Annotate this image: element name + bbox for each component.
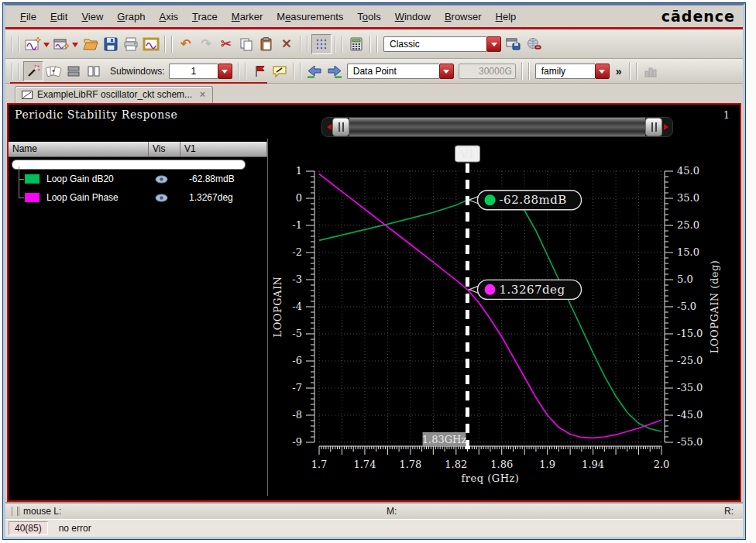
toolbar-grip[interactable] — [629, 63, 637, 80]
trace-color-swatch[interactable] — [25, 174, 40, 184]
legend-plot-divider[interactable] — [267, 139, 268, 496]
left-axis: 10-1-2-3-4-5-6-7-8-9LOOPGAIN — [272, 165, 314, 448]
legend-scrollbar[interactable] — [12, 160, 246, 170]
legend-row-loop-gain-db20[interactable]: Loop Gain dB20 -62.88mdB — [13, 170, 235, 188]
slider-handle-right[interactable] — [645, 118, 662, 136]
menu-window[interactable]: Window — [388, 9, 438, 24]
right-tick-label: -35.0 — [677, 382, 703, 394]
status-message: no error — [59, 523, 91, 534]
frequency-input[interactable] — [459, 64, 516, 79]
point-mode-combobox-arrow-icon[interactable] — [439, 64, 454, 79]
save-button[interactable] — [101, 34, 121, 54]
visibility-toggle[interactable] — [155, 175, 189, 184]
series-loop-gain-db20[interactable] — [319, 195, 662, 431]
subwindows-combobox-arrow-icon[interactable] — [218, 64, 232, 79]
visibility-toggle[interactable] — [155, 194, 189, 202]
marker-callout-loop-gain-phase[interactable]: 1.3267deg — [469, 280, 582, 299]
print-button[interactable] — [121, 34, 141, 54]
toolbar-grip[interactable] — [293, 63, 301, 80]
menu-trace[interactable]: Trace — [185, 9, 225, 24]
legend-row-loop-gain-phase[interactable]: Loop Gain Phase 1.3267deg — [13, 188, 233, 207]
trace-name[interactable]: Loop Gain Phase — [46, 192, 155, 203]
split-vertical-button[interactable] — [84, 61, 104, 81]
flag-button[interactable] — [249, 61, 270, 81]
point-mode-combobox[interactable]: Data Point — [347, 64, 454, 79]
legend-column-vis[interactable]: Vis — [149, 142, 180, 156]
calculator-button[interactable] — [346, 34, 366, 54]
marker-callout-loop-gain-db20[interactable]: -62.88mdB — [469, 191, 582, 210]
browser-disconnect-button[interactable] — [524, 34, 544, 54]
x-zoom-slider[interactable] — [321, 117, 673, 137]
slider-arrow-right-icon[interactable] — [662, 118, 672, 136]
snapshot-button[interactable] — [141, 34, 161, 54]
trace-name[interactable]: Loop Gain dB20 — [46, 174, 155, 184]
undo-icon: ↶ — [180, 38, 191, 50]
new-subwindow-button[interactable] — [52, 34, 72, 54]
menu-axis[interactable]: Axis — [152, 9, 185, 24]
split-vertical-icon — [87, 65, 101, 77]
menu-view[interactable]: View — [74, 9, 110, 24]
web-disconnect-icon — [526, 37, 541, 51]
menu-edit[interactable]: Edit — [43, 9, 74, 24]
menu-file[interactable]: File — [13, 9, 43, 24]
redo-button[interactable]: ↷ — [196, 34, 216, 54]
split-horizontal-button[interactable] — [64, 61, 84, 81]
save-session-button[interactable] — [503, 34, 524, 54]
family-value: family — [535, 64, 595, 79]
message-status-bar: 40(85) no error — [5, 519, 743, 537]
cards-button[interactable] — [43, 61, 64, 81]
prev-point-button[interactable] — [304, 61, 325, 81]
wand-button[interactable] — [23, 61, 43, 81]
legend-column-v1[interactable]: V1 — [180, 142, 267, 156]
style-combobox-arrow-icon[interactable] — [486, 36, 501, 52]
legend-column-name[interactable]: Name — [9, 142, 149, 156]
callout-value: -62.88mdB — [500, 193, 567, 207]
menu-measurements[interactable]: Measurements — [270, 9, 350, 24]
cut-button[interactable]: ✂ — [216, 34, 236, 54]
undo-button[interactable]: ↶ — [176, 34, 196, 54]
annotation-button[interactable] — [270, 61, 290, 81]
toolbar-grip[interactable] — [335, 36, 343, 53]
subwindows-combobox[interactable]: 1 — [169, 64, 232, 79]
right-tick-label: 35.0 — [677, 192, 699, 204]
slider-bar[interactable] — [349, 118, 645, 136]
toolbar-grip[interactable] — [238, 63, 246, 80]
tab-close-icon[interactable]: × — [200, 89, 205, 100]
menu-help[interactable]: Help — [489, 9, 524, 24]
next-point-button[interactable] — [325, 61, 345, 81]
new-graph-button[interactable] — [23, 34, 43, 54]
annotation-bubble-icon — [272, 64, 287, 78]
new-subwindow-dropdown-icon[interactable] — [72, 43, 78, 50]
family-combobox-arrow-icon[interactable] — [595, 64, 610, 79]
new-graph-dropdown-icon[interactable] — [43, 43, 50, 50]
menu-browser[interactable]: Browser — [438, 9, 489, 24]
toolbar-grip[interactable] — [12, 63, 20, 80]
tab-label: ExampleLibRF oscillator_ckt schem... — [37, 89, 192, 100]
toolbar-grip[interactable] — [369, 36, 378, 53]
trace-color-swatch[interactable] — [25, 193, 40, 202]
slider-arrow-left-icon[interactable] — [322, 118, 332, 136]
toolbar-grip[interactable] — [521, 63, 530, 80]
menu-graph[interactable]: Graph — [110, 9, 152, 24]
series-loop-gain-phase[interactable] — [319, 174, 662, 438]
paste-button[interactable] — [256, 34, 277, 54]
tab-oscillator-ckt[interactable]: ExampleLibRF oscillator_ckt schem... × — [15, 86, 213, 103]
menu-marker[interactable]: Marker — [225, 9, 270, 24]
delete-button[interactable]: ✕ — [277, 34, 297, 54]
left-tick-label: 1 — [296, 165, 302, 177]
family-combobox[interactable]: family — [535, 64, 610, 79]
copy-button[interactable] — [236, 34, 256, 54]
toolbar-grip[interactable] — [12, 36, 20, 53]
toolbar-grip[interactable] — [300, 36, 308, 53]
histogram-button[interactable] — [641, 61, 661, 81]
save-session-icon — [506, 37, 521, 51]
style-combobox[interactable]: Classic — [383, 36, 501, 52]
menu-tools[interactable]: Tools — [350, 9, 387, 24]
toolbar-overflow-button[interactable]: » — [616, 65, 622, 77]
open-button[interactable] — [81, 34, 101, 54]
marker-v1[interactable]: 1.83GHzV1 — [422, 146, 480, 455]
left-tick-label: -8 — [292, 409, 302, 421]
toolbar-grip[interactable] — [164, 36, 173, 53]
slider-handle-left[interactable] — [332, 118, 349, 136]
show-points-button[interactable] — [311, 34, 332, 54]
